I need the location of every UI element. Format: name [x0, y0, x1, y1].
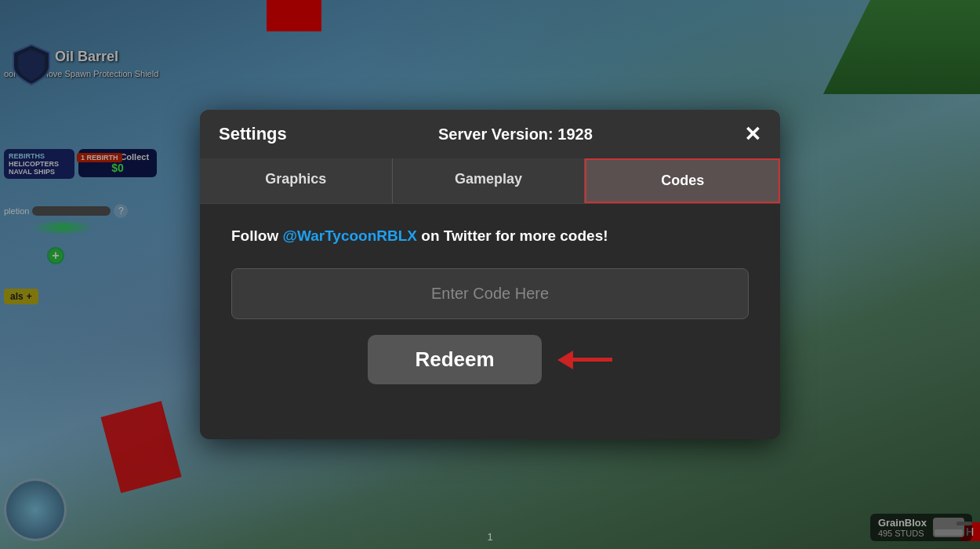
tabs-container: Graphics Gameplay Codes: [200, 158, 780, 204]
twitter-text-after: on Twitter for more codes!: [417, 227, 608, 244]
tab-graphics[interactable]: Graphics: [200, 158, 393, 203]
tab-codes[interactable]: Codes: [585, 158, 780, 203]
twitter-follow-text: Follow @WarTycoonRBLX on Twitter for mor…: [231, 227, 749, 245]
modal-title: Settings: [219, 124, 287, 144]
close-button[interactable]: ✕: [744, 124, 761, 144]
server-version-label: Server Version: 1928: [438, 125, 593, 144]
code-input[interactable]: [232, 269, 748, 318]
redeem-button[interactable]: Redeem: [368, 335, 541, 384]
code-input-wrapper: [231, 268, 749, 319]
arrow-head-icon: [557, 351, 573, 369]
modal-body: Follow @WarTycoonRBLX on Twitter for mor…: [200, 204, 780, 416]
modal-overlay: Settings Server Version: 1928 ✕ Graphics…: [0, 0, 980, 549]
modal-header: Settings Server Version: 1928 ✕: [200, 110, 780, 158]
twitter-text-before: Follow: [231, 227, 282, 244]
redeem-row: Redeem: [231, 335, 749, 384]
tab-gameplay[interactable]: Gameplay: [393, 158, 586, 203]
settings-modal: Settings Server Version: 1928 ✕ Graphics…: [200, 110, 780, 439]
twitter-handle[interactable]: @WarTycoonRBLX: [282, 227, 417, 244]
arrow-shaft: [573, 358, 612, 362]
page-indicator: 1: [487, 531, 492, 543]
arrow-indicator: [557, 351, 612, 369]
